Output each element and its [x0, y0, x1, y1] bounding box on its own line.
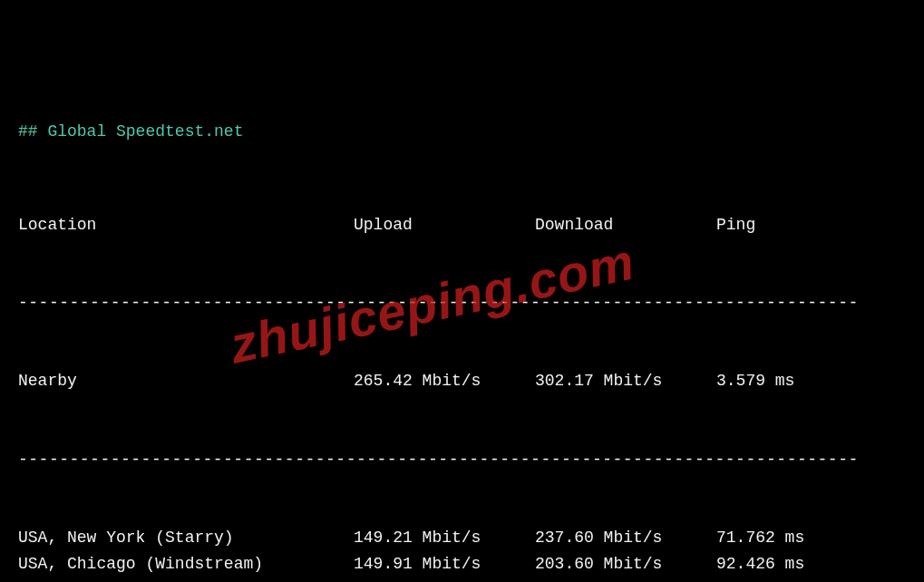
- cell-upload: 134.76 Mbit/s: [354, 577, 535, 582]
- cell-download: 146.55 Mbit/s: [535, 577, 716, 582]
- nearby-row: Nearby 265.42 Mbit/s 302.17 Mbit/s 3.579…: [18, 368, 906, 394]
- table-row: USA, Chicago (Windstream)149.91 Mbit/s20…: [18, 551, 906, 577]
- cell-upload: 149.21 Mbit/s: [354, 525, 535, 551]
- cell-location: USA, New York (Starry): [18, 525, 354, 551]
- divider-2: ----------------------------------------…: [18, 447, 906, 473]
- cell-download: 203.60 Mbit/s: [535, 551, 716, 577]
- table-row: USA, Houston (Comcast)134.76 Mbit/s146.5…: [18, 577, 906, 582]
- divider-1: ----------------------------------------…: [18, 290, 906, 316]
- table-header: Location Upload Download Ping: [18, 212, 906, 238]
- cell-ping: 108.742 ms: [716, 577, 906, 582]
- cell-ping: 92.426 ms: [716, 551, 906, 577]
- cell-location: USA, Houston (Comcast): [18, 577, 354, 582]
- section-title: ## Global Speedtest.net: [18, 119, 906, 145]
- nearby-location: Nearby: [18, 368, 354, 394]
- nearby-ping: 3.579 ms: [716, 368, 906, 394]
- header-location: Location: [18, 212, 354, 238]
- nearby-upload: 265.42 Mbit/s: [354, 368, 535, 394]
- table-row: USA, New York (Starry)149.21 Mbit/s237.6…: [18, 525, 906, 551]
- cell-upload: 149.91 Mbit/s: [354, 551, 535, 577]
- cell-ping: 71.762 ms: [716, 525, 906, 551]
- header-ping: Ping: [716, 212, 906, 238]
- nearby-download: 302.17 Mbit/s: [535, 368, 716, 394]
- header-download: Download: [535, 212, 716, 238]
- cell-location: USA, Chicago (Windstream): [18, 551, 354, 577]
- cell-download: 237.60 Mbit/s: [535, 525, 716, 551]
- data-rows: USA, New York (Starry)149.21 Mbit/s237.6…: [18, 525, 906, 582]
- header-upload: Upload: [354, 212, 535, 238]
